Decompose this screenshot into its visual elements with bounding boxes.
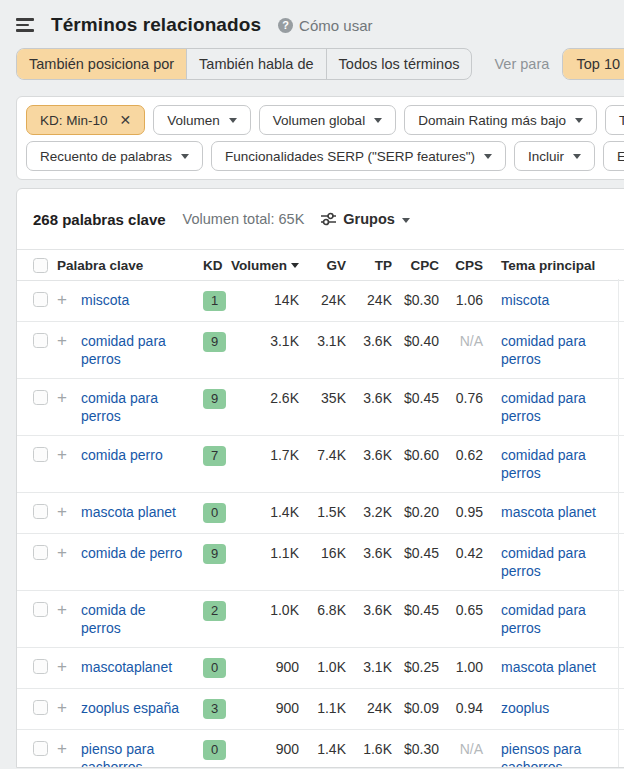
tema-principal-link[interactable]: comidad para perros [501,601,613,637]
row-checkbox[interactable] [33,333,48,348]
keyword-link[interactable]: pienso para cachorros [81,740,184,768]
tema-principal-link[interactable]: piensos para cachorros [501,740,613,768]
tema-principal-link[interactable]: comidad para perros [501,446,613,482]
tema-principal-link[interactable]: comidad para perros [501,389,613,425]
tema-principal-link[interactable]: mascota planet [501,658,596,676]
tab-tambi-n-habla-de[interactable]: También habla de [186,49,325,79]
filter-chip-tr[interactable]: Tr [605,105,624,135]
tp-value: 1.6K [346,740,392,758]
filter-chip-domain-rating-m-s-bajo[interactable]: Domain Rating más bajo [404,105,597,135]
tabs-row: También posiciona porTambién habla deTod… [16,48,624,80]
keyword-link[interactable]: comida de perro [81,544,182,562]
add-to-list-icon[interactable]: + [57,659,67,675]
tema-principal-link[interactable]: mascota planet [501,503,596,521]
column-header-tema[interactable]: Tema principal [483,258,624,273]
filter-chip-funcionalidades-serp-serp-features[interactable]: Funcionalidades SERP ("SERP features") [211,141,506,171]
tab-tambi-n-posiciona-por[interactable]: También posiciona por [17,49,186,79]
row-checkbox[interactable] [33,545,48,560]
tp-value: 24K [346,291,392,309]
filter-chip-label: Exc [617,149,624,164]
add-to-list-icon[interactable]: + [57,292,67,308]
filter-chip-recuento-de-palabras[interactable]: Recuento de palabras [26,141,203,171]
groups-dropdown[interactable]: Grupos [321,211,410,227]
gv-value: 1.5K [299,503,346,521]
volume-total: Volumen total: 65K [183,211,305,227]
gv-value: 24K [299,291,346,309]
kd-badge: 3 [203,699,226,719]
row-checkbox[interactable] [33,659,48,674]
row-checkbox[interactable] [33,447,48,462]
kd-badge: 7 [203,446,226,466]
cps-value: 0.65 [439,601,483,619]
volumen-value: 900 [243,740,299,758]
gv-value: 16K [299,544,346,562]
filter-chip-exc[interactable]: Exc [603,141,624,171]
column-header-volumen[interactable]: Volumen [231,258,299,273]
column-header-tp[interactable]: TP [346,258,392,273]
column-header-cps[interactable]: CPS [439,258,483,273]
column-header-cpc[interactable]: CPC [392,258,439,273]
add-to-list-icon[interactable]: + [57,545,67,561]
add-to-list-icon[interactable]: + [57,333,67,349]
remove-filter-icon[interactable]: ✕ [120,113,132,127]
keyword-link[interactable]: miscota [81,291,129,309]
volumen-value: 1.4K [243,503,299,521]
row-checkbox[interactable] [33,741,48,756]
row-checkbox[interactable] [33,390,48,405]
gv-value: 1.1K [299,699,346,717]
column-header-keyword[interactable]: Palabra clave [57,258,203,273]
kd-badge: 0 [203,658,226,678]
select-all-checkbox[interactable] [33,258,48,273]
row-checkbox[interactable] [33,292,48,307]
tema-principal-link[interactable]: zooplus [501,699,549,717]
chevron-down-icon [374,118,382,123]
cps-value: N/A [439,740,483,758]
add-to-list-icon[interactable]: + [57,447,67,463]
how-to-use-link[interactable]: ? Cómo usar [278,17,372,34]
filter-chip-kd-applied[interactable]: KD: Min-10 ✕ [26,105,145,135]
tab-todos-los-t-rminos[interactable]: Todos los términos [326,49,472,79]
keyword-link[interactable]: mascotaplanet [81,658,172,676]
menu-icon[interactable] [16,16,34,33]
add-to-list-icon[interactable]: + [57,390,67,406]
tp-value: 3.1K [346,658,392,676]
chevron-down-icon [181,154,189,159]
row-checkbox[interactable] [33,700,48,715]
add-to-list-icon[interactable]: + [57,700,67,716]
scope-tab-top-10[interactable]: Top 10 [563,49,624,79]
tema-principal-link[interactable]: comidad para perros [501,332,613,368]
keyword-link[interactable]: mascota planet [81,503,176,521]
filter-chip-kd-label: KD: Min-10 [40,113,108,128]
filter-chip-volumen[interactable]: Volumen [153,105,251,135]
keyword-link[interactable]: comida perro [81,446,163,464]
tema-principal-link[interactable]: comidad para perros [501,544,613,580]
main-tabs: También posiciona porTambién habla deTod… [16,48,472,80]
filter-chip-volumen-global[interactable]: Volumen global [259,105,396,135]
table-row: +zooplus españa39001.1K24K$0.090.94zoopl… [17,689,624,730]
add-to-list-icon[interactable]: + [57,504,67,520]
kd-badge: 9 [203,389,226,409]
cpc-value: $0.45 [392,389,439,407]
cps-value: 1.06 [439,291,483,309]
row-checkbox[interactable] [33,602,48,617]
filter-chip-label: Volumen global [273,113,365,128]
keyword-link[interactable]: comida de perros [81,601,184,637]
gv-value: 6.8K [299,601,346,619]
column-header-gv[interactable]: GV [299,258,346,273]
keyword-count: 268 palabras clave [33,211,166,228]
kd-badge: 2 [203,601,226,621]
tema-principal-link[interactable]: miscota [501,291,549,309]
gv-value: 3.1K [299,332,346,350]
cpc-value: $0.25 [392,658,439,676]
app-header: Términos relacionados ? Cómo usar [0,0,624,36]
keyword-link[interactable]: zooplus españa [81,699,179,717]
add-to-list-icon[interactable]: + [57,741,67,757]
filter-chip-incluir[interactable]: Incluir [514,141,595,171]
chevron-down-icon [575,118,583,123]
sliders-icon [321,212,336,226]
volumen-value: 900 [243,658,299,676]
keyword-link[interactable]: comida para perros [81,389,184,425]
row-checkbox[interactable] [33,504,48,519]
add-to-list-icon[interactable]: + [57,602,67,618]
keyword-link[interactable]: comidad para perros [81,332,184,368]
